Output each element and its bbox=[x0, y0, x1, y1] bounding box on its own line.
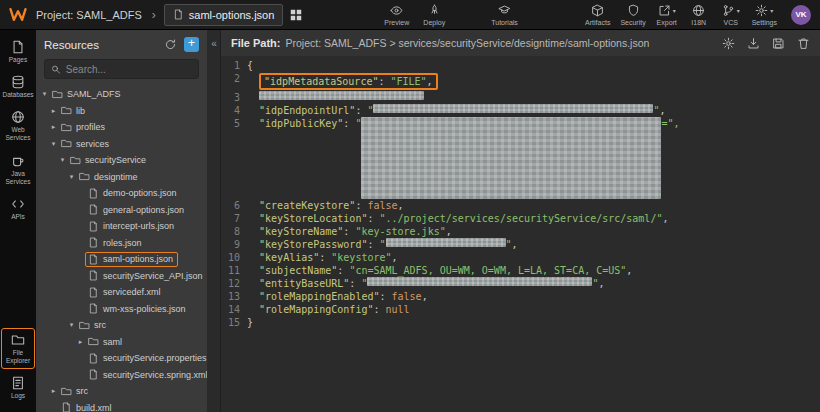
code-line-5[interactable]: 5 "idpPublicKey": "=", bbox=[221, 117, 820, 199]
sidebar-item-apis[interactable]: APIs bbox=[1, 192, 35, 225]
refresh-icon[interactable] bbox=[164, 38, 177, 51]
dropdown-caret-icon: ▾ bbox=[673, 7, 676, 14]
tree-item-servicedef.xml[interactable]: servicedef.xml bbox=[36, 284, 207, 301]
preview-button[interactable]: Preview bbox=[380, 0, 413, 30]
search-input[interactable] bbox=[66, 64, 192, 75]
tutorials-button[interactable]: Tutorials bbox=[487, 0, 522, 30]
globe-icon bbox=[692, 4, 705, 17]
caret-down-icon[interactable]: ▾ bbox=[67, 321, 76, 329]
file-icon bbox=[88, 254, 99, 265]
tree-item-intercept-urls.json[interactable]: intercept-urls.json bbox=[36, 218, 207, 235]
redacted-block bbox=[361, 117, 661, 199]
code-content: "keyStoreName": "key-store.jks", bbox=[247, 225, 452, 238]
app-logo-icon[interactable] bbox=[4, 7, 32, 22]
preview-label: Preview bbox=[384, 19, 409, 26]
tree-item-demo-options.json[interactable]: demo-options.json bbox=[36, 185, 207, 202]
tree-item-src[interactable]: ▾src bbox=[36, 317, 207, 334]
gear-icon bbox=[722, 37, 735, 50]
tree-item-securityService[interactable]: ▾securityService bbox=[36, 152, 207, 169]
tree-item-wm-xss-policies.json[interactable]: wm-xss-policies.json bbox=[36, 301, 207, 318]
tree-item-lib[interactable]: ▸lib bbox=[36, 103, 207, 120]
caret-down-icon[interactable]: ▾ bbox=[49, 140, 58, 148]
add-resource-button[interactable]: + bbox=[184, 37, 199, 52]
project-chevron-icon[interactable]: › bbox=[152, 8, 156, 22]
code-line-11[interactable]: 11 "subjectName": "cn=SAML_ADFS, OU=WM, … bbox=[221, 264, 820, 277]
code-line-9[interactable]: 9 "keyStorePassword": "", bbox=[221, 238, 820, 251]
delete-button[interactable] bbox=[797, 37, 810, 50]
sidebar-item-logs[interactable]: Logs bbox=[1, 371, 35, 404]
code-line-15[interactable]: 15} bbox=[221, 316, 820, 329]
tree-item-securityService.spring.xml[interactable]: securityService.spring.xml bbox=[36, 367, 207, 384]
code-line-1[interactable]: 1{ bbox=[221, 59, 820, 72]
code-line-4[interactable]: 4 "idpEndpointUrl": "", bbox=[221, 104, 820, 117]
folder-icon bbox=[61, 386, 72, 397]
code-line-14[interactable]: 14 "roleMappingConfig": null bbox=[221, 303, 820, 316]
code-line-12[interactable]: 12 "entityBaseURL": "", bbox=[221, 277, 820, 290]
caret-right-icon[interactable]: ▸ bbox=[49, 387, 58, 395]
caret-down-icon[interactable]: ▾ bbox=[67, 173, 76, 181]
code-line-8[interactable]: 8 "keyStoreName": "key-store.jks", bbox=[221, 225, 820, 238]
token-string: "cn=SAML_ADFS, OU=WM, O=WM, L=LA, ST=CA,… bbox=[349, 265, 626, 276]
code-line-13[interactable]: 13 "roleMappingEnabled": false, bbox=[221, 290, 820, 303]
sidebar-item-pages[interactable]: Pages bbox=[1, 35, 35, 68]
rail-label: Web Services bbox=[2, 126, 34, 142]
save-button[interactable] bbox=[772, 37, 785, 50]
tree-item-saml[interactable]: ▸saml bbox=[36, 334, 207, 351]
collapse-panel-button[interactable]: « bbox=[208, 30, 221, 412]
tree-item-securityService_API.json[interactable]: securityService_API.json bbox=[36, 268, 207, 285]
file-icon bbox=[88, 204, 99, 215]
sidebar-item-web-services[interactable]: Web Services bbox=[1, 105, 35, 146]
dashboard-grid-icon[interactable] bbox=[290, 9, 302, 21]
page-icon bbox=[11, 40, 25, 54]
tree-item-label: securityService.properties bbox=[103, 353, 207, 363]
token-punct: : bbox=[355, 105, 367, 116]
caret-down-icon[interactable]: ▾ bbox=[58, 156, 67, 164]
code-content: } bbox=[247, 316, 253, 329]
caret-right-icon[interactable]: ▸ bbox=[76, 338, 85, 346]
vcs-button[interactable]: ▾ VCS bbox=[716, 0, 746, 30]
tree-item-services[interactable]: ▾services bbox=[36, 136, 207, 153]
deploy-button[interactable]: Deploy bbox=[419, 0, 449, 30]
code-line-3[interactable]: 3 bbox=[221, 91, 820, 104]
artifacts-button[interactable]: Artifacts bbox=[581, 0, 614, 30]
tree-item-SAML_ADFS[interactable]: ▾SAML_ADFS bbox=[36, 86, 207, 103]
caret-right-icon[interactable]: ▸ bbox=[49, 107, 58, 115]
tree-item-roles.json[interactable]: roles.json bbox=[36, 235, 207, 252]
code-line-7[interactable]: 7 "keyStoreLocation": "../project/servic… bbox=[221, 212, 820, 225]
sidebar-item-databases[interactable]: Databases bbox=[1, 70, 35, 103]
tree-item-build.xml[interactable]: build.xml bbox=[36, 400, 207, 412]
tree-item-saml-options.json[interactable]: saml-options.json bbox=[36, 251, 207, 268]
tree-item-general-options.json[interactable]: general-options.json bbox=[36, 202, 207, 219]
project-label[interactable]: Project: SAML_ADFS bbox=[36, 9, 142, 21]
user-avatar[interactable]: VK bbox=[791, 5, 811, 25]
tree-item-label: profiles bbox=[76, 122, 105, 132]
sidebar-item-java-services[interactable]: Java Services bbox=[1, 149, 35, 190]
caret-right-icon[interactable]: ▸ bbox=[49, 123, 58, 131]
settings-button[interactable]: ▾ Settings bbox=[748, 0, 781, 30]
sidebar-item-file-explorer[interactable]: File Explorer bbox=[1, 328, 35, 369]
tree-item-securityService.properties[interactable]: securityService.properties bbox=[36, 350, 207, 367]
code-line-2[interactable]: 2 "idpMetadataSource": "FILE", bbox=[221, 72, 820, 91]
tab-saml-options[interactable]: saml-options.json bbox=[164, 4, 284, 26]
graduation-cap-icon bbox=[498, 4, 511, 17]
security-button[interactable]: Security bbox=[616, 0, 649, 30]
tree-item-src[interactable]: ▸src bbox=[36, 383, 207, 400]
tree-item-label: intercept-urls.json bbox=[103, 221, 174, 231]
code-line-6[interactable]: 6 "createKeystore": false, bbox=[221, 199, 820, 212]
line-number: 9 bbox=[221, 238, 247, 251]
tree-item-label: securityService bbox=[85, 155, 146, 165]
caret-down-icon[interactable]: ▾ bbox=[40, 90, 49, 98]
code-content: "keyAlias": "keystore", bbox=[247, 251, 398, 264]
eye-icon bbox=[390, 4, 403, 17]
tree-item-profiles[interactable]: ▸profiles bbox=[36, 119, 207, 136]
tree-item-designtime[interactable]: ▾designtime bbox=[36, 169, 207, 186]
code-brackets-icon bbox=[11, 197, 25, 211]
file-settings-button[interactable] bbox=[722, 37, 735, 50]
download-button[interactable] bbox=[747, 37, 760, 50]
line-number: 1 bbox=[221, 59, 247, 72]
code-area[interactable]: 1{2 "idpMetadataSource": "FILE",3 4 "idp… bbox=[221, 56, 820, 412]
code-line-10[interactable]: 10 "keyAlias": "keystore", bbox=[221, 251, 820, 264]
i18n-button[interactable]: I18N bbox=[684, 0, 714, 30]
export-button[interactable]: ▾ Export bbox=[652, 0, 682, 30]
tree-item-box: securityService bbox=[67, 153, 151, 168]
